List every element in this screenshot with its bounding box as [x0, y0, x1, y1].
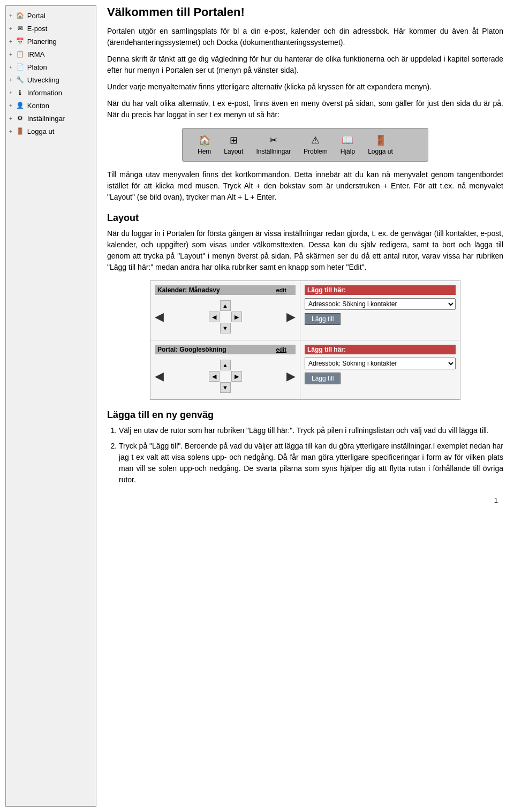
center-cell	[220, 312, 231, 322]
menubar-label-hem: Hem	[198, 148, 211, 155]
layout-icon: ⊞	[230, 134, 238, 146]
google-cell-inner: ◀ ▲ ◀ ▶ ▼ ▶	[155, 358, 296, 395]
sidebar-item-portal[interactable]: + 🏠 Portal	[8, 9, 94, 22]
add-cell-header-1: Lägg till här:	[305, 285, 456, 295]
sidebar-item-planering[interactable]: + 📅 Planering	[8, 35, 94, 48]
empty-cell	[231, 382, 242, 393]
utveckling-icon: 🔧	[16, 75, 25, 85]
google-edit-button[interactable]: edit	[276, 346, 286, 353]
sidebar-item-label: IRMA	[27, 50, 45, 58]
para-after-menu: Till många utav menyvalen finns det kort…	[107, 169, 503, 203]
epost-icon: ✉	[16, 24, 25, 33]
sidebar-item-label: Utveckling	[27, 76, 59, 84]
logga-ut-icon: 🚪	[16, 126, 25, 136]
installningar-menu-icon: ✂	[269, 134, 277, 146]
up-arrow-2[interactable]: ▲	[220, 360, 231, 370]
right-arrow-2[interactable]: ▶	[231, 371, 242, 382]
menubar-item-hjalp[interactable]: 📖 Hjälp	[334, 132, 361, 158]
empty-cell	[231, 300, 242, 311]
sidebar-item-label: Planering	[27, 37, 57, 45]
hjalp-icon: 📖	[342, 134, 353, 146]
menubar-label-layout: Layout	[224, 148, 243, 155]
left-arrow-icon[interactable]: ◀	[155, 310, 164, 324]
empty-cell	[209, 382, 220, 393]
empty-cell	[231, 323, 242, 333]
information-icon: ℹ	[16, 88, 25, 97]
menu-bar-illustration: 🏠 Hem ⊞ Layout ✂ Inställningar ⚠ Problem…	[182, 128, 428, 162]
sidebar-item-label: E-post	[27, 25, 48, 33]
calendar-edit-button[interactable]: edit	[276, 287, 286, 293]
google-cell-header: Portal: Googlesökning edit	[155, 345, 296, 354]
layout-cell-google: Portal: Googlesökning edit ◀ ▲ ◀ ▶	[150, 340, 300, 399]
planering-icon: 📅	[16, 36, 25, 46]
lagga-till-section-title: Lägga till en ny genväg	[107, 409, 503, 421]
arrows-grid-1: ▲ ◀ ▶ ▼	[209, 300, 242, 333]
problem-icon: ⚠	[311, 134, 320, 146]
layout-cell-add-2: Lägg till här: Adressbok: Sökning i kont…	[300, 340, 460, 399]
list-item-2-text: Tryck på "Lägg till". Beroende på vad du…	[119, 442, 503, 484]
intro-paragraph-3: Under varje menyalternativ finns ytterli…	[107, 81, 503, 93]
left-arrow-2[interactable]: ◀	[209, 371, 220, 382]
sidebar-item-platon[interactable]: + 📄 Platon	[8, 60, 94, 73]
menubar-label-logga-ut: Logga ut	[368, 148, 393, 155]
menubar-label-hjalp: Hjälp	[341, 148, 355, 155]
empty-cell	[231, 360, 242, 370]
menubar-item-logga-ut[interactable]: 🚪 Logga ut	[361, 132, 399, 158]
up-arrow[interactable]: ▲	[220, 300, 231, 311]
right-arrow-icon-2[interactable]: ▶	[286, 369, 296, 383]
list-item-1: Välj en utav de rutor som har rubriken "…	[119, 425, 503, 436]
layout-cell-add-1: Lägg till här: Adressbok: Sökning i kont…	[300, 281, 460, 340]
intro-paragraph-4: När du har valt olika alternativ, t ex e…	[107, 98, 503, 120]
sidebar-item-epost[interactable]: + ✉ E-post	[8, 22, 94, 35]
right-arrow-icon[interactable]: ▶	[286, 310, 296, 324]
down-arrow-2[interactable]: ▼	[220, 382, 231, 393]
list-item-2: Tryck på "Lägg till". Beroende på vad du…	[119, 441, 503, 485]
intro-paragraph-2: Denna skrift är tänkt att ge dig vägledn…	[107, 54, 503, 76]
menubar-label-installningar: Inställningar	[256, 148, 291, 155]
expand-icon: +	[9, 64, 12, 70]
menubar-item-hem[interactable]: 🏠 Hem	[191, 132, 217, 158]
layout-row-2: Portal: Googlesökning edit ◀ ▲ ◀ ▶	[150, 340, 460, 399]
sidebar-item-irma[interactable]: + 📋 IRMA	[8, 48, 94, 60]
add-button-1[interactable]: Lägg till	[305, 313, 341, 325]
expand-icon: +	[9, 103, 12, 109]
portal-icon: 🏠	[16, 11, 25, 20]
sidebar-item-installningar[interactable]: + ⚙ Inställningar	[8, 112, 94, 125]
expand-icon: +	[9, 116, 12, 122]
logga-ut-menu-icon: 🚪	[375, 134, 387, 146]
calendar-cell-title: Kalender: Månadsvy	[157, 286, 220, 294]
sidebar-item-utveckling[interactable]: + 🔧 Utveckling	[8, 73, 94, 86]
sidebar-item-label: Information	[27, 89, 62, 97]
sidebar-item-information[interactable]: + ℹ Information	[8, 86, 94, 99]
add-dropdown-2[interactable]: Adressbok: Sökning i kontakter	[305, 358, 456, 369]
down-arrow[interactable]: ▼	[220, 323, 231, 333]
intro-paragraph-1: Portalen utgör en samlingsplats för bl a…	[107, 26, 503, 48]
irma-icon: 📋	[16, 49, 25, 59]
menubar-item-problem[interactable]: ⚠ Problem	[297, 132, 334, 158]
left-arrow-icon-2[interactable]: ◀	[155, 369, 164, 383]
sidebar-item-label: Konton	[27, 102, 49, 110]
layout-cell-calendar: Kalender: Månadsvy edit ◀ ▲ ◀ ▶	[150, 281, 300, 340]
empty-cell	[209, 323, 220, 333]
menubar-item-installningar[interactable]: ✂ Inställningar	[250, 132, 297, 158]
installningar-icon: ⚙	[16, 113, 25, 123]
menubar-item-layout[interactable]: ⊞ Layout	[217, 132, 250, 158]
konton-icon: 👤	[16, 101, 25, 110]
add-cell-header-2: Lägg till här:	[305, 345, 456, 354]
sidebar-item-label: Platon	[27, 63, 47, 71]
add-dropdown-1[interactable]: Adressbok: Sökning i kontakter	[305, 298, 456, 310]
expand-icon: +	[9, 13, 12, 19]
expand-icon: +	[9, 77, 12, 83]
page-title: Välkommen till Portalen!	[107, 5, 503, 19]
empty-cell	[209, 360, 220, 370]
empty-cell	[209, 300, 220, 311]
expand-icon: +	[9, 51, 12, 57]
arrows-grid-2: ▲ ◀ ▶ ▼	[209, 360, 242, 393]
right-arrow[interactable]: ▶	[231, 312, 242, 322]
add-button-2[interactable]: Lägg till	[305, 373, 341, 384]
sidebar-item-konton[interactable]: + 👤 Konton	[8, 99, 94, 112]
calendar-cell-header: Kalender: Månadsvy edit	[155, 285, 296, 295]
sidebar-item-logga-ut[interactable]: + 🚪 Logga ut	[8, 125, 94, 138]
google-cell-title: Portal: Googlesökning	[157, 346, 226, 353]
left-arrow[interactable]: ◀	[209, 312, 220, 322]
